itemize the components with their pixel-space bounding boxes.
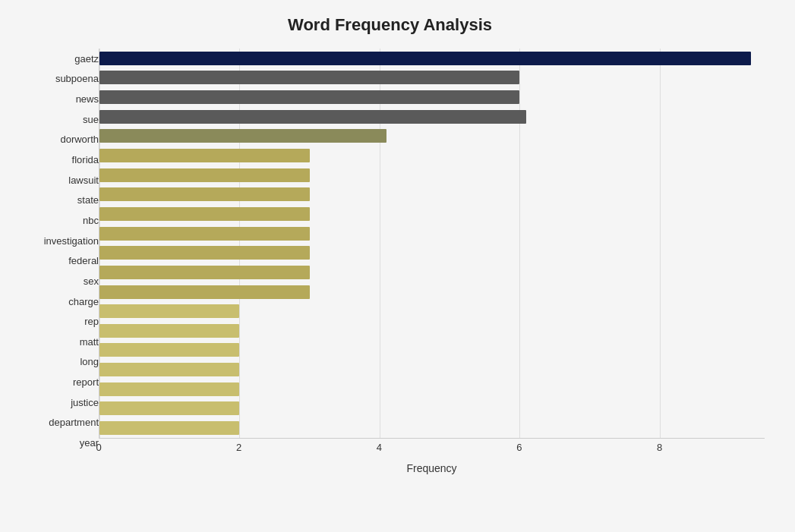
y-label: florida xyxy=(72,151,99,169)
y-label: dorworth xyxy=(60,131,99,149)
bar-row xyxy=(99,206,765,222)
chart-title: Word Frequency Analysis xyxy=(15,15,765,35)
y-label: sue xyxy=(83,110,99,128)
bar xyxy=(99,187,310,201)
y-label: federal xyxy=(68,252,99,270)
x-tick: 4 xyxy=(377,442,382,453)
y-label: report xyxy=(73,373,99,392)
bar xyxy=(99,363,239,376)
y-label: subpoena xyxy=(55,70,99,88)
bar-row xyxy=(99,50,765,67)
bar xyxy=(99,246,310,260)
bar-row xyxy=(99,109,765,125)
bar-row xyxy=(99,186,765,203)
bar xyxy=(99,285,310,299)
y-label: charge xyxy=(68,292,99,310)
y-label: gaetz xyxy=(74,49,99,68)
bar-row xyxy=(99,381,765,398)
bar xyxy=(99,207,310,221)
bar-row xyxy=(99,225,765,242)
y-label: news xyxy=(76,90,99,109)
bar-row xyxy=(99,264,765,281)
y-label: lawsuit xyxy=(68,171,99,189)
bars-and-x: 02468 Frequency xyxy=(99,49,765,474)
bar xyxy=(99,90,519,104)
bar xyxy=(99,382,239,396)
y-label: sex xyxy=(84,272,99,290)
y-label: investigation xyxy=(44,231,99,250)
bar-row xyxy=(99,361,765,378)
bar-row xyxy=(99,323,765,339)
bar xyxy=(99,421,239,435)
x-tick: 0 xyxy=(96,442,101,453)
bar-row xyxy=(99,69,765,86)
bar-row xyxy=(99,89,765,105)
y-label: justice xyxy=(71,393,99,411)
chart-container: Word Frequency Analysis gaetzsubpoenanew… xyxy=(0,0,795,532)
x-tick: 8 xyxy=(657,442,662,453)
bar xyxy=(99,266,310,279)
x-tick: 6 xyxy=(516,442,522,453)
y-label: matt xyxy=(80,332,99,351)
bar xyxy=(99,71,519,84)
bar-row xyxy=(99,127,765,144)
bar-row xyxy=(99,244,765,261)
bars-rows xyxy=(99,49,765,438)
bar xyxy=(99,168,310,182)
bar-row xyxy=(99,147,765,164)
y-label: state xyxy=(77,191,99,209)
bar xyxy=(99,129,386,143)
y-label: nbc xyxy=(83,211,99,229)
x-axis: 02468 xyxy=(99,438,765,459)
y-label: long xyxy=(80,353,99,371)
bar-row xyxy=(99,400,765,417)
y-axis: gaetzsubpoenanewssuedorworthfloridalawsu… xyxy=(15,49,99,474)
bar-row xyxy=(99,420,765,436)
bar-row xyxy=(99,284,765,301)
bar-row xyxy=(99,342,765,358)
y-label: rep xyxy=(84,313,99,331)
bar-row xyxy=(99,303,765,320)
x-tick: 2 xyxy=(236,442,241,453)
bar xyxy=(99,149,310,162)
bar xyxy=(99,304,239,318)
bar xyxy=(99,227,310,241)
bar xyxy=(99,52,751,65)
bar xyxy=(99,324,239,338)
y-label: department xyxy=(49,414,99,432)
x-axis-label: Frequency xyxy=(99,462,765,474)
bar xyxy=(99,401,239,415)
bars-area xyxy=(99,49,765,438)
bar xyxy=(99,110,526,124)
chart-area: gaetzsubpoenanewssuedorworthfloridalawsu… xyxy=(15,49,765,474)
bar-row xyxy=(99,167,765,184)
bar xyxy=(99,343,239,357)
